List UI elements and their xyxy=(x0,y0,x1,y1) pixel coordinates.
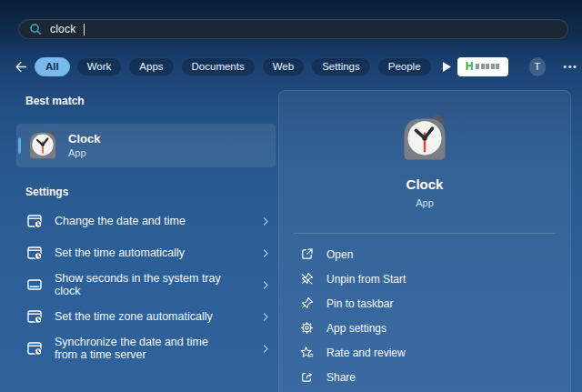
calendar-clock-icon xyxy=(25,212,44,230)
more-filters-button[interactable] xyxy=(443,62,451,72)
action-label: Unpin from Start xyxy=(326,273,406,286)
action-share[interactable]: Share xyxy=(299,365,570,389)
open-icon xyxy=(299,246,315,262)
gear-icon xyxy=(299,320,315,336)
setting-set-time-auto[interactable]: Set the time automatically xyxy=(16,237,276,268)
action-unpin-from-start[interactable]: Unpin from Start xyxy=(299,266,570,291)
user-avatar[interactable]: T xyxy=(529,57,547,76)
chevron-right-icon xyxy=(260,279,272,291)
filter-tab-documents[interactable]: Documents xyxy=(181,57,256,76)
chevron-right-icon xyxy=(260,343,272,355)
best-match-subtitle: App xyxy=(68,147,100,159)
brand-badge-text xyxy=(476,64,499,69)
setting-label: Set the time automatically xyxy=(55,246,185,260)
filter-tab-work[interactable]: Work xyxy=(76,57,123,76)
preview-panel: Clock App Open Unpin from Start xyxy=(278,90,571,392)
search-query-text: clock xyxy=(50,23,75,35)
action-rate-and-review[interactable]: Rate and review xyxy=(299,340,570,365)
star-icon xyxy=(299,345,315,360)
chevron-right-icon xyxy=(260,311,272,323)
pin-icon xyxy=(299,296,315,311)
play-icon xyxy=(443,62,451,72)
action-open[interactable]: Open xyxy=(299,242,570,266)
filter-tab-settings[interactable]: Settings xyxy=(311,57,371,76)
settings-section-header: Settings xyxy=(25,186,276,198)
calendar-clock-icon xyxy=(25,244,44,262)
setting-label: Synchronize the date and time from a tim… xyxy=(55,336,226,362)
results-column: Best match Clock App Settings Change the… xyxy=(16,95,276,364)
calendar-clock-icon xyxy=(25,339,44,357)
back-arrow-icon xyxy=(13,59,28,75)
filter-tab-apps[interactable]: Apps xyxy=(128,57,174,76)
taskbar-icon xyxy=(25,276,44,294)
preview-subtitle: App xyxy=(416,197,434,209)
filter-tab-all[interactable]: All xyxy=(35,57,70,76)
setting-label: Change the date and time xyxy=(55,215,186,228)
chevron-right-icon xyxy=(260,216,272,227)
setting-label: Set the time zone automatically xyxy=(55,310,213,324)
settings-list: Change the date and time Set the time au… xyxy=(16,206,276,364)
filter-tab-people[interactable]: People xyxy=(377,57,432,76)
search-icon xyxy=(28,22,43,36)
text-cursor xyxy=(84,24,85,35)
more-options-button[interactable]: ••• xyxy=(563,61,577,72)
search-input[interactable]: clock xyxy=(18,19,568,39)
setting-show-seconds-tray[interactable]: Show seconds in the system tray clock xyxy=(16,269,276,300)
preview-title: Clock xyxy=(406,176,444,193)
action-app-settings[interactable]: App settings xyxy=(299,316,570,340)
setting-change-date-time[interactable]: Change the date and time xyxy=(16,206,276,236)
setting-timezone-auto[interactable]: Set the time zone automatically xyxy=(16,301,276,332)
best-match-result[interactable]: Clock App xyxy=(16,124,276,167)
filter-tab-web[interactable]: Web xyxy=(262,57,305,76)
clock-app-icon xyxy=(27,130,58,161)
divider xyxy=(294,233,556,234)
clock-app-icon-large xyxy=(400,115,449,164)
brand-logo-letter: H xyxy=(466,61,474,72)
setting-sync-time-server[interactable]: Synchronize the date and time from a tim… xyxy=(16,333,276,364)
brand-badge[interactable]: H xyxy=(457,57,508,76)
unpin-icon xyxy=(299,271,315,286)
action-pin-to-taskbar[interactable]: Pin to taskbar xyxy=(299,291,570,316)
action-label: Rate and review xyxy=(326,347,406,359)
action-label: Open xyxy=(326,248,353,261)
setting-label: Show seconds in the system tray clock xyxy=(55,272,226,298)
action-label: App settings xyxy=(326,322,386,335)
action-label: Share xyxy=(326,371,356,384)
calendar-clock-icon xyxy=(25,307,44,326)
back-button[interactable] xyxy=(13,59,28,75)
share-icon xyxy=(299,369,315,385)
chevron-right-icon xyxy=(260,247,272,259)
best-match-title: Clock xyxy=(68,132,100,146)
filter-bar: All Work Apps Documents Web Settings Peo… xyxy=(13,55,571,77)
best-match-header: Best match xyxy=(25,95,276,107)
selection-accent-bar xyxy=(18,138,21,154)
action-label: Pin to taskbar xyxy=(326,297,393,310)
action-list: Open Unpin from Start Pin to taskbar xyxy=(279,242,570,389)
